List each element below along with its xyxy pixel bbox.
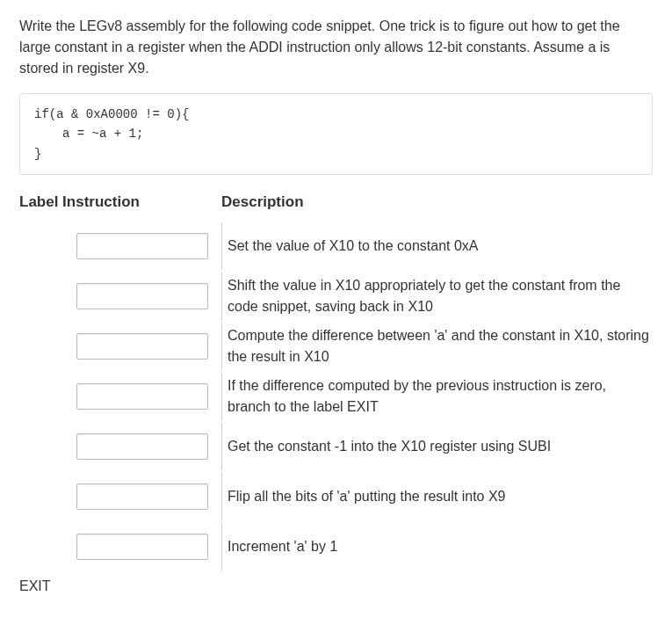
code-block: if(a & 0xA0000 != 0){ a = ~a + 1; }: [19, 93, 653, 175]
input-cell: [76, 423, 221, 470]
code-line-3: }: [34, 144, 638, 164]
input-cell: [76, 523, 221, 570]
instruction-input-3[interactable]: [76, 333, 208, 360]
description-cell: Flip all the bits of 'a' putting the res…: [221, 473, 653, 520]
label-cell: [19, 473, 76, 520]
input-cell: [76, 273, 221, 320]
exit-row: EXIT: [19, 576, 653, 597]
code-line-2: a = ~a + 1;: [34, 124, 638, 143]
instruction-input-5[interactable]: [76, 433, 208, 460]
table-row: Increment 'a' by 1: [19, 523, 653, 570]
label-cell: [19, 273, 76, 320]
code-line-1: if(a & 0xA0000 != 0){: [34, 105, 638, 124]
table-row: Get the constant -1 into the X10 registe…: [19, 423, 653, 470]
description-cell: Compute the difference between 'a' and t…: [221, 323, 653, 370]
input-cell: [76, 473, 221, 520]
label-cell: [19, 323, 76, 370]
description-cell: Get the constant -1 into the X10 registe…: [221, 423, 653, 470]
input-cell: [76, 323, 221, 370]
table-row: Flip all the bits of 'a' putting the res…: [19, 473, 653, 520]
description-cell: Shift the value in X10 appropriately to …: [221, 273, 653, 320]
input-cell: [76, 373, 221, 420]
instruction-input-1[interactable]: [76, 233, 208, 259]
instruction-input-6[interactable]: [76, 483, 208, 510]
table-headers: Label Instruction Description: [19, 191, 653, 214]
instruction-input-4[interactable]: [76, 383, 208, 410]
description-cell: Set the value of X10 to the constant 0xA: [221, 222, 653, 270]
instruction-input-7[interactable]: [76, 534, 208, 560]
intro-text: Write the LEGv8 assembly for the followi…: [19, 16, 653, 79]
table-row: Compute the difference between 'a' and t…: [19, 323, 653, 370]
intro-paragraph: Write the LEGv8 assembly for the followi…: [19, 16, 653, 79]
header-description: Description: [221, 191, 653, 214]
label-cell: [19, 373, 76, 420]
table-row: Shift the value in X10 appropriately to …: [19, 273, 653, 320]
input-cell: [76, 222, 221, 270]
header-label-instruction: Label Instruction: [19, 191, 221, 214]
table-row: Set the value of X10 to the constant 0xA: [19, 222, 653, 270]
table-row: If the difference computed by the previo…: [19, 373, 653, 420]
exit-label: EXIT: [19, 576, 76, 597]
description-cell: If the difference computed by the previo…: [221, 373, 653, 420]
label-cell: [19, 222, 76, 270]
description-cell: Increment 'a' by 1: [221, 523, 653, 570]
label-cell: [19, 523, 76, 570]
label-cell: [19, 423, 76, 470]
instruction-input-2[interactable]: [76, 283, 208, 309]
